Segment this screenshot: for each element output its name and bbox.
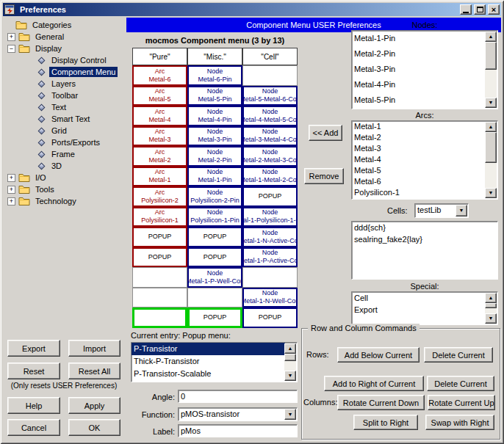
menu-cell[interactable]: NodePolysilicon-1-Pin — [187, 207, 242, 228]
menu-cell[interactable]: NodeMetal-1-P-Active-Con — [242, 247, 298, 268]
list-item[interactable]: Metal-4 — [352, 154, 486, 165]
list-item[interactable]: Metal-5-Pin — [352, 92, 486, 108]
menu-cell[interactable]: POPUP — [132, 247, 187, 268]
add-right-of-current-button[interactable]: Add to Right of Current — [324, 376, 424, 391]
delete-current-column-button[interactable]: Delete Current — [427, 376, 494, 391]
collapse-icon[interactable]: − — [7, 45, 15, 53]
list-item[interactable]: Metal-4-Pin — [352, 77, 486, 92]
list-item[interactable]: Metal-1-Pin — [352, 31, 486, 46]
scroll-down-icon[interactable]: ▼ — [284, 371, 296, 381]
cells-list[interactable]: ddd{sch}sealring_fake2{lay} — [351, 221, 498, 280]
tree-item-component-menu[interactable]: Component Menu — [4, 66, 126, 78]
rotate-current-down-button[interactable]: Rotate Current Down — [337, 395, 425, 410]
tree-item-ports-exports[interactable]: Ports/Exports — [4, 137, 126, 148]
menu-cell[interactable]: NodeMetal-1-N-Active-Con — [242, 227, 298, 247]
scroll-down-icon[interactable]: ▼ — [485, 98, 497, 108]
scrollbar-track[interactable] — [485, 132, 497, 188]
label-input[interactable]: pMos — [178, 424, 298, 437]
minimize-button[interactable] — [460, 4, 472, 15]
scroll-down-icon[interactable]: ▼ — [485, 313, 497, 324]
angle-input[interactable]: 0 — [178, 390, 298, 403]
list-item[interactable]: Metal-3 — [352, 143, 486, 154]
current-entry-list[interactable]: P-TransistorThick-P-TransistorP-Transist… — [131, 342, 298, 382]
scroll-up-icon[interactable]: ▲ — [485, 32, 497, 42]
menu-cell[interactable]: NodeMetal-5-Metal-6-Con — [242, 86, 298, 106]
tree-item-layers[interactable]: Layers — [4, 78, 126, 90]
list-item[interactable]: Metal-2-Pin — [352, 46, 486, 62]
menu-cell[interactable]: NodeMetal-1-Metal-2-Con — [242, 167, 298, 187]
menu-cell[interactable]: NodeMetal-5-Pin — [187, 86, 242, 106]
titlebar[interactable]: Preferences × — [3, 3, 501, 16]
menu-cell[interactable]: NodeMetal-1-Pin — [187, 167, 242, 187]
menu-cell[interactable] — [187, 288, 242, 308]
menu-cell[interactable]: POPUP — [242, 186, 298, 207]
expand-icon[interactable]: + — [7, 33, 15, 41]
scrollbar-track[interactable] — [284, 354, 296, 371]
tree-item-text[interactable]: Text — [4, 101, 126, 113]
menu-cell[interactable]: NodeMetal-1-N-Well-Con — [242, 288, 298, 308]
tree-item-general[interactable]: +General — [4, 31, 126, 43]
menu-cell[interactable]: ArcPolysilicon-1 — [132, 207, 187, 228]
tree-item-i-o[interactable]: +I/O — [4, 172, 126, 183]
menu-cell[interactable]: ArcMetal-1 — [132, 167, 187, 187]
scrollbar[interactable]: ▲▼ — [485, 122, 497, 198]
expand-icon[interactable]: + — [7, 174, 15, 182]
reset-all-button[interactable]: Reset All — [68, 363, 120, 379]
tree-item-toolbar[interactable]: Toolbar — [4, 90, 126, 101]
scrollbar-thumb[interactable] — [284, 354, 296, 361]
tree-item-categories[interactable]: Categories — [4, 19, 126, 31]
cancel-button[interactable]: Cancel — [7, 419, 60, 436]
reset-button[interactable]: Reset — [7, 363, 60, 379]
add-button[interactable]: << Add — [309, 125, 342, 141]
list-item[interactable]: P-Transistor-Scalable — [132, 368, 285, 380]
rotate-current-up-button[interactable]: Rotate Current Up — [428, 395, 495, 410]
list-item[interactable]: Metal-2 — [352, 132, 486, 143]
menu-cell[interactable]: ArcMetal-6 — [132, 65, 187, 86]
scrollbar-thumb[interactable] — [485, 303, 497, 308]
cells-library-select[interactable]: testLib ▼ — [414, 203, 469, 218]
menu-cell[interactable]: ArcPolysilicon-2 — [132, 186, 187, 207]
menu-cell[interactable]: POPUP — [187, 227, 242, 247]
menu-cell[interactable]: NodePolysilicon-2-Pin — [187, 186, 242, 207]
scroll-down-icon[interactable]: ▼ — [485, 188, 497, 198]
expand-icon[interactable]: + — [7, 197, 15, 205]
delete-current-row-button[interactable]: Delete Current — [424, 347, 493, 363]
scrollbar[interactable]: ▲▼ — [485, 293, 497, 324]
arcs-list[interactable]: Metal-1Metal-2Metal-3Metal-4Metal-5Metal… — [351, 120, 498, 200]
menu-cell[interactable]: POPUP — [242, 307, 298, 328]
menu-cell[interactable]: NodeMetal-4-Metal-5-Con — [242, 106, 298, 126]
tree-item-display[interactable]: −Display — [4, 43, 126, 54]
chevron-down-icon[interactable]: ▼ — [456, 205, 467, 216]
menu-cell[interactable]: POPUP — [187, 247, 242, 268]
menu-cell[interactable]: ArcMetal-5 — [132, 86, 187, 106]
close-button[interactable]: × — [488, 4, 500, 15]
list-item[interactable]: ddd{sch} — [352, 222, 497, 233]
maximize-button[interactable] — [474, 4, 486, 15]
list-item[interactable]: Cell — [352, 292, 486, 304]
expand-icon[interactable]: + — [7, 186, 15, 194]
scroll-up-icon[interactable]: ▲ — [485, 122, 497, 132]
tree-item-3d[interactable]: 3D — [4, 160, 126, 172]
swap-with-right-button[interactable]: Swap with Right — [425, 415, 494, 430]
split-to-right-button[interactable]: Split to Right — [353, 415, 418, 430]
help-button[interactable]: Help — [7, 397, 60, 414]
menu-cell[interactable]: ArcMetal-2 — [132, 146, 187, 167]
scrollbar-track[interactable] — [485, 42, 497, 98]
list-item[interactable]: Metal-3-Pin — [352, 62, 486, 77]
special-list[interactable]: CellExport▲▼ — [351, 291, 498, 325]
tree-item-technology[interactable]: +Technology — [4, 195, 126, 207]
import-button[interactable]: Import — [68, 340, 120, 357]
add-below-current-button[interactable]: Add Below Current — [337, 347, 420, 363]
tree-item-tools[interactable]: +Tools — [4, 183, 126, 195]
menu-cell[interactable] — [242, 65, 298, 86]
list-item[interactable]: Thick-P-Transistor — [132, 355, 285, 368]
scrollbar-thumb[interactable] — [485, 42, 497, 70]
tree-item-smart-text[interactable]: Smart Text — [4, 113, 126, 125]
list-item[interactable]: Metal-6 — [352, 176, 486, 187]
menu-cell[interactable]: NodeMetal-2-Metal-3-Con — [242, 146, 298, 167]
list-item[interactable]: sealring_fake2{lay} — [352, 233, 497, 245]
scrollbar-thumb[interactable] — [485, 132, 497, 163]
menu-cell[interactable]: POPUP — [187, 307, 242, 328]
menu-cell[interactable]: NodeMetal-1-P-Well-Con — [187, 267, 242, 288]
menu-cell[interactable]: NodeMetal-1-Polysilicon-1-Con — [242, 207, 298, 228]
